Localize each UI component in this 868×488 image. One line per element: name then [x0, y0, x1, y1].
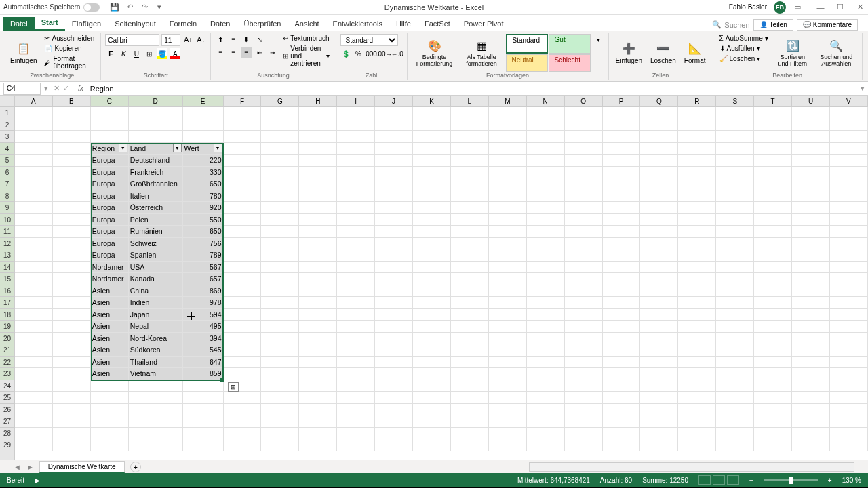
- cell-D3[interactable]: [129, 131, 183, 143]
- cell-B6[interactable]: [53, 167, 91, 179]
- cell-P16[interactable]: [603, 285, 641, 298]
- cell-P17[interactable]: [603, 297, 641, 309]
- cell-Q14[interactable]: [640, 262, 678, 274]
- cell-U13[interactable]: [792, 249, 830, 262]
- cell-I20[interactable]: [337, 333, 375, 345]
- cell-U26[interactable]: [792, 404, 830, 416]
- style-standard[interactable]: Standard: [506, 34, 548, 54]
- cell-M21[interactable]: [489, 344, 527, 357]
- cell-S6[interactable]: [716, 167, 754, 179]
- cell-F2[interactable]: [224, 119, 262, 131]
- cell-O27[interactable]: [565, 415, 603, 428]
- zoom-in-icon[interactable]: +: [828, 476, 832, 484]
- cell-A28[interactable]: [15, 428, 53, 440]
- cell-P7[interactable]: [603, 178, 641, 190]
- cell-D18[interactable]: Japan: [129, 309, 183, 321]
- increase-decimal-icon[interactable]: .00→: [379, 48, 390, 59]
- cell-K14[interactable]: [413, 262, 451, 274]
- cell-E3[interactable]: [183, 131, 224, 143]
- col-header-T[interactable]: T: [754, 96, 792, 107]
- cell-E8[interactable]: 780: [183, 190, 224, 203]
- cell-N4[interactable]: [527, 143, 565, 155]
- align-top-icon[interactable]: ⬆: [215, 34, 226, 45]
- cell-R6[interactable]: [678, 167, 716, 179]
- cell-E25[interactable]: [183, 392, 224, 404]
- cell-Q28[interactable]: [640, 428, 678, 440]
- cell-F17[interactable]: [224, 297, 262, 309]
- cell-L19[interactable]: [451, 321, 489, 333]
- cell-F28[interactable]: [224, 428, 262, 440]
- cell-P10[interactable]: [603, 214, 641, 226]
- cell-J21[interactable]: [375, 344, 413, 357]
- cell-P3[interactable]: [603, 131, 641, 143]
- cell-I21[interactable]: [337, 344, 375, 357]
- cell-A6[interactable]: [15, 167, 53, 179]
- cell-N9[interactable]: [527, 202, 565, 214]
- cell-V7[interactable]: [830, 178, 868, 190]
- row-header-4[interactable]: 4: [0, 143, 14, 155]
- minimize-icon[interactable]: —: [816, 3, 825, 12]
- cell-R27[interactable]: [678, 415, 716, 428]
- paste-button[interactable]: 📋 Einfügen: [7, 34, 39, 72]
- cell-A12[interactable]: [15, 238, 53, 250]
- cell-K29[interactable]: [413, 439, 451, 451]
- cell-E1[interactable]: [183, 107, 224, 119]
- cell-Q15[interactable]: [640, 273, 678, 285]
- cell-L26[interactable]: [451, 404, 489, 416]
- cell-C15[interactable]: Nordamer: [91, 273, 129, 285]
- cell-H7[interactable]: [299, 178, 337, 190]
- cell-C10[interactable]: Europa: [91, 214, 129, 226]
- cell-B17[interactable]: [53, 297, 91, 309]
- cell-P4[interactable]: [603, 143, 641, 155]
- cell-Q29[interactable]: [640, 439, 678, 451]
- cell-I25[interactable]: [337, 392, 375, 404]
- cell-N2[interactable]: [527, 119, 565, 131]
- cell-O2[interactable]: [565, 119, 603, 131]
- cell-K19[interactable]: [413, 321, 451, 333]
- cell-R4[interactable]: [678, 143, 716, 155]
- cell-C25[interactable]: [91, 392, 129, 404]
- decrease-font-icon[interactable]: A↓: [195, 34, 206, 45]
- cell-J23[interactable]: [375, 368, 413, 380]
- cell-G1[interactable]: [261, 107, 299, 119]
- cell-Q12[interactable]: [640, 238, 678, 250]
- cell-K9[interactable]: [413, 202, 451, 214]
- cell-B11[interactable]: [53, 226, 91, 238]
- cell-R18[interactable]: [678, 309, 716, 321]
- cell-H22[interactable]: [299, 357, 337, 369]
- ribbon-options-icon[interactable]: ▭: [793, 3, 802, 12]
- cell-F16[interactable]: [224, 285, 262, 298]
- cell-J10[interactable]: [375, 214, 413, 226]
- align-right-icon[interactable]: ≡: [241, 47, 252, 58]
- row-header-29[interactable]: 29: [0, 439, 14, 451]
- cell-R1[interactable]: [678, 107, 716, 119]
- cell-A8[interactable]: [15, 190, 53, 203]
- cell-F29[interactable]: [224, 439, 262, 451]
- cell-U3[interactable]: [792, 131, 830, 143]
- cell-I13[interactable]: [337, 249, 375, 262]
- cell-T16[interactable]: [754, 285, 792, 298]
- cell-M8[interactable]: [489, 190, 527, 203]
- style-schlecht[interactable]: Schlecht: [549, 54, 591, 73]
- row-header-26[interactable]: 26: [0, 404, 14, 416]
- font-color-button[interactable]: A: [170, 48, 180, 59]
- cell-K7[interactable]: [413, 178, 451, 190]
- cell-V4[interactable]: [830, 143, 868, 155]
- cell-S7[interactable]: [716, 178, 754, 190]
- cell-S14[interactable]: [716, 262, 754, 274]
- tab-ansicht[interactable]: Ansicht: [288, 17, 326, 30]
- cell-O19[interactable]: [565, 321, 603, 333]
- cell-M16[interactable]: [489, 285, 527, 298]
- cell-T21[interactable]: [754, 344, 792, 357]
- cell-N19[interactable]: [527, 321, 565, 333]
- cell-D13[interactable]: Spanien: [129, 249, 183, 262]
- cell-B19[interactable]: [53, 321, 91, 333]
- cell-V5[interactable]: [830, 155, 868, 167]
- cell-Q11[interactable]: [640, 226, 678, 238]
- cell-O14[interactable]: [565, 262, 603, 274]
- cell-A21[interactable]: [15, 344, 53, 357]
- tab-ueberpruefen[interactable]: Überprüfen: [237, 17, 288, 30]
- cell-B28[interactable]: [53, 428, 91, 440]
- undo-icon[interactable]: ↶: [125, 3, 134, 12]
- cell-H24[interactable]: [299, 380, 337, 392]
